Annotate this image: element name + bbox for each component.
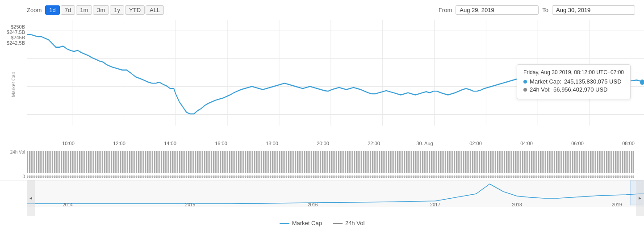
tooltip-market-cap-row: Market Cap: 245,135,830,075 USD bbox=[523, 78, 624, 85]
zoom-btn-1y[interactable]: 1y bbox=[110, 5, 124, 15]
chart-endpoint-dot bbox=[640, 79, 644, 85]
x-tick-20: 20:00 bbox=[317, 141, 329, 146]
mini-year-2018: 2018 bbox=[512, 202, 522, 207]
vol-y-tick-0: 0 bbox=[2, 174, 25, 179]
legend-market-cap: Market Cap bbox=[280, 220, 322, 226]
main-chart-area: Market Cap $250B $247.5B $245B $242.5B bbox=[0, 20, 644, 149]
zoom-btn-7d[interactable]: 7d bbox=[61, 5, 75, 15]
mini-nav-right-arrow[interactable]: ► bbox=[636, 180, 644, 216]
volume-svg: // Generate bars via SVG bbox=[27, 149, 644, 180]
chart-and-xaxis: Friday, Aug 30 2019, 08:12:00 UTC+07:00 … bbox=[27, 20, 644, 149]
y-tick-250b: $250B bbox=[2, 24, 25, 29]
volume-section: 24h Vol 0 // Generate bars via SVG bbox=[0, 149, 644, 180]
zoom-label: Zoom bbox=[27, 7, 42, 13]
legend-market-cap-label: Market Cap bbox=[292, 220, 322, 226]
top-controls: Zoom 1d 7d 1m 3m 1y YTD ALL From To bbox=[0, 4, 644, 20]
tooltip-vol-row: 24h Vol: 56,956,402,970 USD bbox=[523, 86, 624, 93]
x-tick-06: 06:00 bbox=[571, 141, 584, 146]
mini-chart-svg: 2014 2015 2016 2017 2018 2019 bbox=[27, 180, 644, 207]
date-controls: From To bbox=[439, 5, 635, 15]
left-arrow-icon: ◄ bbox=[29, 196, 33, 201]
svg-rect-18 bbox=[27, 180, 644, 207]
x-tick-16: 16:00 bbox=[215, 141, 227, 146]
from-label: From bbox=[439, 7, 452, 13]
tooltip-market-cap-label: Market Cap: bbox=[530, 78, 561, 85]
volume-chart: // Generate bars via SVG bbox=[27, 149, 644, 180]
vol-y-label: 24h Vol bbox=[2, 150, 25, 155]
mini-year-2017: 2017 bbox=[430, 202, 440, 207]
legend-vol-line bbox=[333, 223, 343, 224]
main-chart-svg-container: Friday, Aug 30 2019, 08:12:00 UTC+07:00 … bbox=[27, 20, 644, 136]
zoom-btn-1m[interactable]: 1m bbox=[76, 5, 92, 15]
y-axis-left: $250B $247.5B $245B $242.5B bbox=[0, 20, 27, 59]
zoom-btn-1d[interactable]: 1d bbox=[45, 5, 59, 15]
x-tick-aug30: 30. Aug bbox=[416, 141, 433, 146]
x-tick-10: 10:00 bbox=[62, 141, 75, 146]
tooltip-vol-dot bbox=[523, 88, 527, 92]
tooltip-title: Friday, Aug 30 2019, 08:12:00 UTC+07:00 bbox=[523, 69, 624, 75]
y-tick-242b: $242.5B bbox=[2, 40, 25, 46]
volume-bars bbox=[27, 149, 634, 178]
mini-year-2014: 2014 bbox=[63, 202, 73, 207]
x-tick-22: 22:00 bbox=[368, 141, 380, 146]
to-date-input[interactable] bbox=[552, 5, 635, 15]
legend-market-cap-line bbox=[280, 223, 289, 224]
zoom-controls: Zoom 1d 7d 1m 3m 1y YTD ALL bbox=[27, 5, 164, 15]
market-cap-y-label: Market Cap bbox=[11, 71, 16, 97]
x-tick-08: 08:00 bbox=[622, 141, 635, 146]
tooltip-vol-label: 24h Vol: bbox=[530, 86, 551, 93]
legend-vol-label: 24h Vol bbox=[345, 220, 364, 226]
right-arrow-icon: ► bbox=[638, 196, 642, 201]
x-tick-12: 12:00 bbox=[113, 141, 125, 146]
zoom-btn-ytd[interactable]: YTD bbox=[125, 5, 145, 15]
tooltip-vol-value: 56,956,402,970 USD bbox=[553, 86, 607, 93]
x-tick-02: 02:00 bbox=[469, 141, 482, 146]
x-tick-18: 18:00 bbox=[266, 141, 278, 146]
legend-section: Market Cap 24h Vol bbox=[0, 216, 644, 230]
chart-container: Zoom 1d 7d 1m 3m 1y YTD ALL From To Mark… bbox=[0, 0, 644, 230]
x-tick-04: 04:00 bbox=[520, 141, 533, 146]
mini-year-2015: 2015 bbox=[185, 202, 196, 207]
to-label: To bbox=[542, 7, 548, 13]
mini-chart: 2014 2015 2016 2017 2018 2019 ◄ ► bbox=[27, 180, 644, 216]
tooltip-box: Friday, Aug 30 2019, 08:12:00 UTC+07:00 … bbox=[517, 64, 631, 99]
x-tick-14: 14:00 bbox=[164, 141, 176, 146]
mini-year-2016: 2016 bbox=[308, 202, 318, 207]
y-tick-245b: $245B bbox=[2, 35, 25, 40]
mini-nav-section: 2014 2015 2016 2017 2018 2019 ◄ ► bbox=[0, 180, 644, 216]
x-axis: 10:00 12:00 14:00 16:00 18:00 20:00 22:0… bbox=[27, 136, 644, 149]
y-tick-247b: $247.5B bbox=[2, 29, 25, 35]
zoom-btn-3m[interactable]: 3m bbox=[93, 5, 109, 15]
legend-vol: 24h Vol bbox=[333, 220, 364, 226]
zoom-btn-all[interactable]: ALL bbox=[146, 5, 164, 15]
mini-y-axis bbox=[0, 180, 27, 216]
tooltip-marketcap-dot bbox=[523, 80, 527, 84]
mini-nav-left-arrow[interactable]: ◄ bbox=[27, 180, 35, 216]
mini-year-2019: 2019 bbox=[612, 202, 622, 207]
from-date-input[interactable] bbox=[456, 5, 539, 15]
tooltip-market-cap-value: 245,135,830,075 USD bbox=[564, 78, 622, 85]
